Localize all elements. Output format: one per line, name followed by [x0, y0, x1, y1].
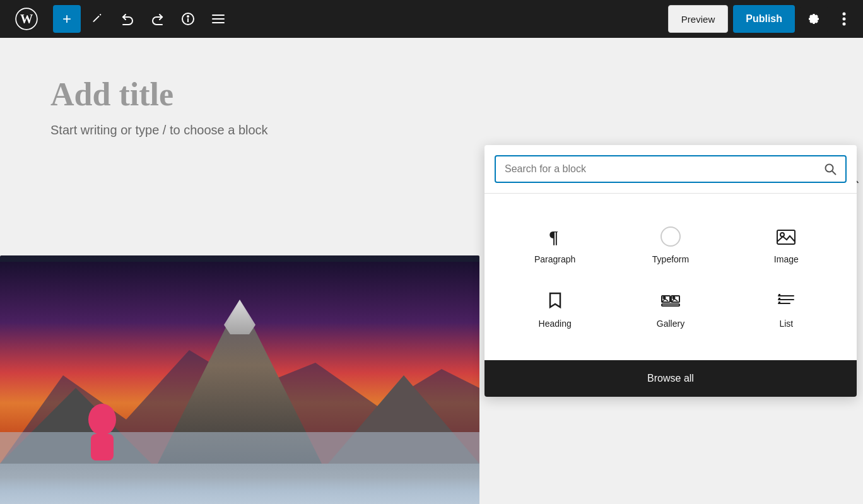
- svg-line-21: [832, 171, 836, 175]
- wp-logo: W: [8, 0, 45, 38]
- heading-icon: [545, 290, 565, 312]
- svg-point-20: [826, 165, 833, 172]
- settings-button[interactable]: [800, 5, 828, 33]
- publish-button[interactable]: Publish: [733, 5, 795, 33]
- toolbar-right: Preview Publish: [668, 5, 855, 33]
- toolbar: W + Preview Publ: [0, 0, 863, 38]
- preview-button[interactable]: Preview: [668, 5, 728, 33]
- heading-label: Heading: [539, 319, 572, 329]
- svg-point-10: [843, 23, 846, 26]
- svg-rect-34: [778, 298, 780, 300]
- more-options-button[interactable]: [833, 5, 855, 33]
- search-input-wrapper: [495, 155, 847, 183]
- search-button[interactable]: [824, 163, 837, 175]
- svg-rect-33: [778, 294, 780, 296]
- block-item-gallery[interactable]: Gallery: [613, 277, 728, 341]
- svg-point-24: [780, 233, 784, 237]
- block-search-input[interactable]: [505, 163, 819, 175]
- svg-text:¶: ¶: [549, 227, 558, 247]
- block-item-image[interactable]: Image: [729, 213, 844, 277]
- block-grid: ¶ Paragraph Typeform: [484, 194, 857, 354]
- block-item-paragraph[interactable]: ¶ Paragraph: [497, 213, 613, 277]
- info-button[interactable]: [174, 5, 202, 33]
- gallery-label: Gallery: [657, 319, 684, 329]
- svg-point-9: [843, 18, 846, 21]
- browse-all-button[interactable]: Browse all: [484, 360, 857, 397]
- svg-rect-17: [0, 432, 479, 464]
- undo-button[interactable]: [114, 5, 141, 33]
- image-icon: [776, 225, 796, 248]
- svg-point-18: [88, 404, 116, 435]
- editor-image: [0, 255, 479, 504]
- list-label: List: [779, 319, 793, 329]
- block-inserter-popup: ¶ Paragraph Typeform: [484, 145, 857, 397]
- editor-body-placeholder[interactable]: Start writing or type / to choose a bloc…: [50, 123, 813, 138]
- add-block-toolbar-button[interactable]: +: [53, 5, 81, 33]
- redo-button[interactable]: [144, 5, 172, 33]
- svg-point-8: [843, 13, 846, 16]
- svg-rect-23: [777, 230, 795, 244]
- editor-title-placeholder[interactable]: Add title: [50, 76, 813, 113]
- svg-text:W: W: [20, 12, 33, 26]
- svg-point-28: [663, 297, 665, 299]
- pencil-button[interactable]: [83, 5, 111, 33]
- svg-rect-19: [91, 434, 114, 460]
- image-label: Image: [774, 254, 799, 264]
- block-item-typeform[interactable]: Typeform: [613, 213, 728, 277]
- pink-figure: [82, 404, 123, 460]
- svg-rect-27: [662, 304, 679, 306]
- editor-area: Add title Start writing or type / to cho…: [0, 38, 863, 504]
- typeform-icon: [660, 225, 681, 248]
- paragraph-icon: ¶: [545, 225, 565, 248]
- typeform-label: Typeform: [652, 254, 689, 264]
- block-item-list[interactable]: List: [729, 277, 844, 341]
- paragraph-label: Paragraph: [534, 254, 575, 264]
- svg-rect-35: [778, 302, 780, 303]
- block-item-heading[interactable]: Heading: [497, 277, 613, 341]
- mountain-background: [0, 255, 479, 504]
- gallery-icon: [660, 290, 681, 312]
- block-search-area: [484, 145, 857, 194]
- list-view-button[interactable]: [204, 5, 232, 33]
- list-icon: [776, 290, 796, 312]
- svg-point-4: [187, 16, 189, 17]
- svg-point-29: [672, 297, 674, 299]
